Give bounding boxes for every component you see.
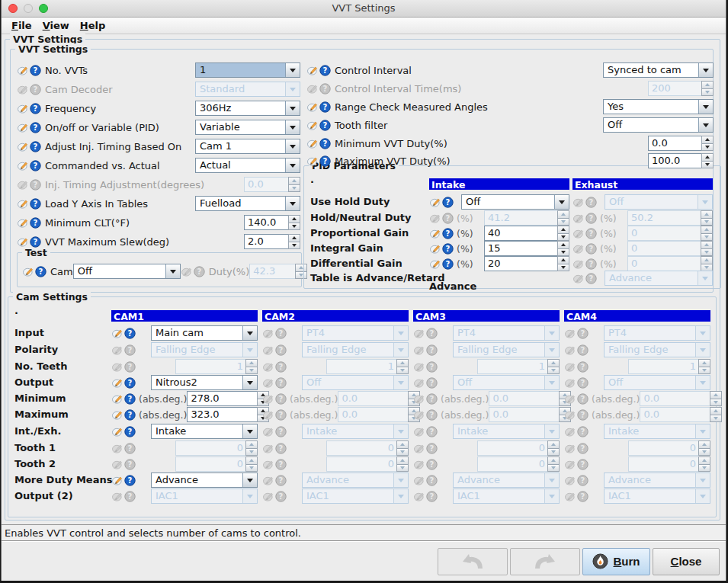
- minimum-vvt-duty-edit-icon[interactable]: [307, 138, 319, 149]
- maximum-vvt-duty-help-icon[interactable]: ?: [319, 155, 331, 167]
- intake-differential-gain-spin-down-button[interactable]: [557, 264, 569, 272]
- vvt-maximum-slew-deg-edit-icon[interactable]: [18, 236, 29, 247]
- chevron-down-icon[interactable]: [165, 264, 180, 278]
- minimum-clt-f-spin-up-button[interactable]: [288, 215, 300, 223]
- range-check-measured-angles-combo[interactable]: Yes: [603, 99, 714, 114]
- control-interval-edit-icon[interactable]: [307, 65, 319, 75]
- maximum-vvt-duty-spin-up-button[interactable]: [701, 153, 714, 162]
- commanded-vs-actual-help-icon[interactable]: ?: [30, 160, 41, 171]
- intake-use-hold-duty-help-icon[interactable]: ?: [442, 197, 454, 208]
- cam1-int-exh-help-icon[interactable]: ?: [124, 426, 136, 437]
- frequency-help-icon[interactable]: ?: [30, 103, 41, 114]
- cam1-minimum-edit-icon[interactable]: [112, 393, 123, 404]
- cam1-minimum-help-icon[interactable]: ?: [124, 393, 136, 405]
- cam1-output-edit-icon[interactable]: [112, 377, 123, 388]
- test-cam-help-icon[interactable]: ?: [35, 266, 47, 277]
- cam1-int-exh-edit-icon[interactable]: [112, 426, 123, 437]
- menu-view[interactable]: View: [37, 20, 75, 31]
- adjust-inj-timing-based-on-combo[interactable]: Cam 1: [195, 139, 300, 154]
- control-interval-combo[interactable]: Synced to cam: [603, 62, 714, 78]
- maximum-vvt-duty-spin-down-button[interactable]: [701, 162, 714, 169]
- zoom-window-button[interactable]: [39, 4, 48, 13]
- maximum-vvt-duty-spinner[interactable]: 100.0: [648, 153, 714, 168]
- range-check-measured-angles-help-icon[interactable]: ?: [319, 101, 331, 113]
- adjust-inj-timing-based-on-edit-icon[interactable]: [18, 141, 29, 152]
- control-interval-help-icon[interactable]: ?: [319, 65, 331, 76]
- load-y-axis-in-tables-help-icon[interactable]: ?: [30, 198, 41, 210]
- close-button[interactable]: Close: [653, 548, 720, 575]
- chevron-down-icon[interactable]: [242, 473, 257, 487]
- vvt-maximum-slew-deg-help-icon[interactable]: ?: [30, 236, 41, 248]
- cam1-more-duty-means-combo[interactable]: Advance: [151, 472, 258, 488]
- load-y-axis-in-tables-edit-icon[interactable]: [18, 198, 29, 209]
- chevron-down-icon[interactable]: [285, 197, 300, 210]
- cam1-minimum-spinner[interactable]: 278.0: [187, 391, 269, 406]
- intake-proportional-gain-spin-up-button[interactable]: [557, 226, 569, 234]
- chevron-down-icon[interactable]: [698, 63, 713, 77]
- on-off-or-variable-pid-help-icon[interactable]: ?: [30, 122, 41, 133]
- minimum-vvt-duty-spin-up-button[interactable]: [701, 136, 714, 144]
- chevron-down-icon[interactable]: [242, 376, 257, 389]
- intake-integral-gain-help-icon[interactable]: ?: [442, 243, 454, 255]
- tooth-filter-combo[interactable]: Off: [603, 117, 714, 133]
- adjust-inj-timing-based-on-help-icon[interactable]: ?: [30, 141, 41, 152]
- intake-integral-gain-edit-icon[interactable]: [430, 243, 441, 254]
- chevron-down-icon[interactable]: [285, 120, 300, 134]
- intake-differential-gain-spinner[interactable]: 20: [484, 256, 569, 271]
- minimize-window-button[interactable]: [24, 4, 33, 13]
- chevron-down-icon[interactable]: [285, 63, 300, 77]
- on-off-or-variable-pid-edit-icon[interactable]: [18, 122, 29, 133]
- cam1-output-help-icon[interactable]: ?: [124, 377, 136, 389]
- cam1-maximum-edit-icon[interactable]: [112, 409, 123, 420]
- chevron-down-icon[interactable]: [242, 326, 257, 340]
- cam1-input-combo[interactable]: Main cam: [151, 325, 258, 341]
- minimum-clt-f-edit-icon[interactable]: [18, 217, 29, 228]
- range-check-measured-angles-edit-icon[interactable]: [307, 101, 319, 112]
- chevron-down-icon[interactable]: [554, 195, 569, 209]
- chevron-down-icon[interactable]: [285, 101, 300, 115]
- no-vvts-help-icon[interactable]: ?: [30, 65, 41, 76]
- commanded-vs-actual-edit-icon[interactable]: [18, 160, 29, 171]
- chevron-down-icon[interactable]: [698, 100, 713, 114]
- intake-differential-gain-spin-up-button[interactable]: [557, 256, 569, 264]
- intake-differential-gain-help-icon[interactable]: ?: [442, 258, 454, 270]
- cam1-maximum-spinner[interactable]: 323.0: [187, 407, 269, 422]
- intake-integral-gain-spinner[interactable]: 15: [484, 241, 569, 256]
- chevron-down-icon[interactable]: [698, 118, 713, 132]
- chevron-down-icon[interactable]: [285, 159, 300, 172]
- intake-integral-gain-spin-up-button[interactable]: [557, 241, 569, 249]
- intake-use-hold-duty-edit-icon[interactable]: [430, 197, 441, 207]
- minimum-clt-f-spinner[interactable]: 140.0: [244, 215, 300, 230]
- redo-button[interactable]: [510, 548, 580, 575]
- minimum-clt-f-help-icon[interactable]: ?: [30, 217, 41, 229]
- menu-file[interactable]: File: [6, 20, 37, 31]
- vvt-maximum-slew-deg-spin-down-button[interactable]: [288, 242, 300, 250]
- commanded-vs-actual-combo[interactable]: Actual: [195, 158, 300, 173]
- intake-proportional-gain-spinner[interactable]: 40: [484, 226, 569, 241]
- cam1-input-edit-icon[interactable]: [112, 328, 123, 338]
- burn-button[interactable]: Burn: [582, 548, 650, 575]
- minimum-clt-f-spin-down-button[interactable]: [288, 223, 300, 231]
- minimum-vvt-duty-spinner[interactable]: 0.0: [648, 136, 714, 151]
- minimum-vvt-duty-help-icon[interactable]: ?: [319, 138, 331, 149]
- intake-differential-gain-edit-icon[interactable]: [430, 258, 441, 269]
- menu-help[interactable]: Help: [75, 20, 111, 31]
- test-cam-combo[interactable]: Off: [73, 264, 181, 279]
- frequency-edit-icon[interactable]: [18, 103, 29, 114]
- cam1-output-combo[interactable]: Nitrous2: [151, 375, 258, 390]
- undo-button[interactable]: [438, 548, 508, 575]
- cam1-more-duty-means-edit-icon[interactable]: [112, 475, 123, 485]
- chevron-down-icon[interactable]: [242, 424, 257, 438]
- on-off-or-variable-pid-combo[interactable]: Variable: [195, 120, 300, 135]
- vvt-maximum-slew-deg-spinner[interactable]: 2.0: [244, 234, 300, 249]
- no-vvts-combo[interactable]: 1: [195, 62, 300, 78]
- vvt-maximum-slew-deg-spin-up-button[interactable]: [288, 234, 300, 242]
- close-window-button[interactable]: [8, 4, 18, 13]
- intake-use-hold-duty-combo[interactable]: Off: [461, 194, 569, 210]
- frequency-combo[interactable]: 306Hz: [195, 101, 300, 116]
- cam1-input-help-icon[interactable]: ?: [124, 328, 136, 339]
- load-y-axis-in-tables-combo[interactable]: Fuelload: [195, 196, 300, 211]
- cam1-int-exh-combo[interactable]: Intake: [151, 424, 258, 439]
- cam1-maximum-help-icon[interactable]: ?: [124, 409, 136, 421]
- minimum-vvt-duty-spin-down-button[interactable]: [701, 144, 714, 152]
